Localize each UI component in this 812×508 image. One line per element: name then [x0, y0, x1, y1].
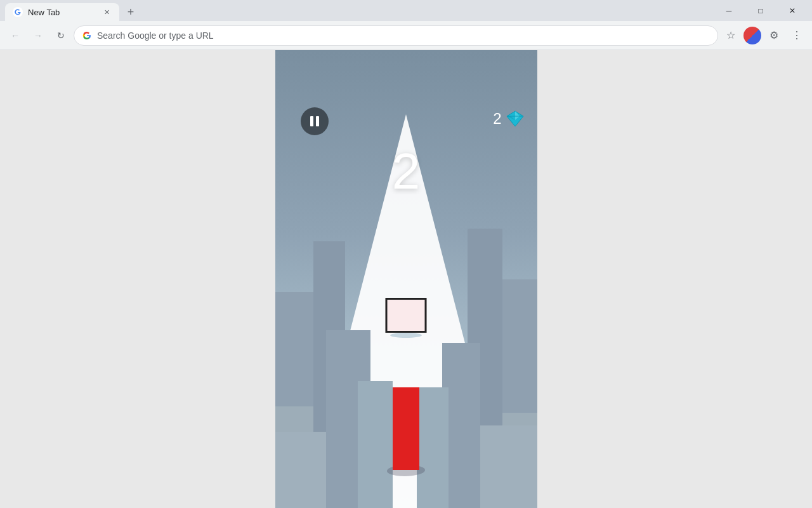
back-button[interactable]: ← [5, 25, 25, 46]
gem-icon [506, 110, 525, 128]
profile-avatar[interactable] [743, 27, 761, 44]
maximize-button[interactable]: □ [746, 0, 775, 21]
toolbar-right: ☆ ⚙ ⋮ [721, 25, 807, 46]
game-container[interactable]: 2 2 [275, 50, 537, 508]
pause-bar-right [316, 116, 319, 126]
pause-button[interactable] [301, 107, 329, 135]
extensions-button[interactable]: ⚙ [764, 25, 784, 46]
active-tab[interactable]: New Tab ✕ [5, 3, 119, 21]
window-controls: ─ □ ✕ [714, 0, 807, 21]
pause-icon [310, 116, 319, 126]
score-display: 2 [392, 142, 421, 201]
building-left-front [358, 381, 393, 508]
buildings-left [275, 50, 402, 508]
gems-display: 2 [493, 110, 524, 128]
player-block [393, 387, 419, 470]
menu-button[interactable]: ⋮ [787, 25, 807, 46]
close-window-button[interactable]: ✕ [778, 0, 807, 21]
address-text: Search Google or type a URL [97, 30, 710, 41]
page-content: 2 2 [0, 50, 812, 508]
bookmark-button[interactable]: ☆ [721, 25, 741, 46]
gate [386, 298, 427, 333]
tab-strip: New Tab ✕ + [5, 0, 140, 21]
pause-bar-left [310, 116, 313, 126]
game-scene: 2 2 [275, 50, 537, 508]
tab-title: New Tab [28, 8, 96, 17]
gate-shadow [390, 333, 422, 338]
close-tab-button[interactable]: ✕ [102, 7, 112, 17]
building-right-front [417, 387, 449, 508]
toolbar: ← → ↻ Search Google or type a URL ☆ ⚙ ⋮ [0, 21, 812, 50]
gem-count: 2 [493, 110, 501, 128]
reload-button[interactable]: ↻ [51, 25, 71, 46]
forward-button[interactable]: → [28, 25, 48, 46]
address-bar[interactable]: Search Google or type a URL [74, 25, 718, 46]
google-logo-icon [82, 30, 92, 41]
title-bar: New Tab ✕ + ─ □ ✕ [0, 0, 812, 21]
minimize-button[interactable]: ─ [714, 0, 743, 21]
new-tab-button[interactable]: + [122, 3, 140, 21]
favicon-icon [13, 7, 23, 17]
